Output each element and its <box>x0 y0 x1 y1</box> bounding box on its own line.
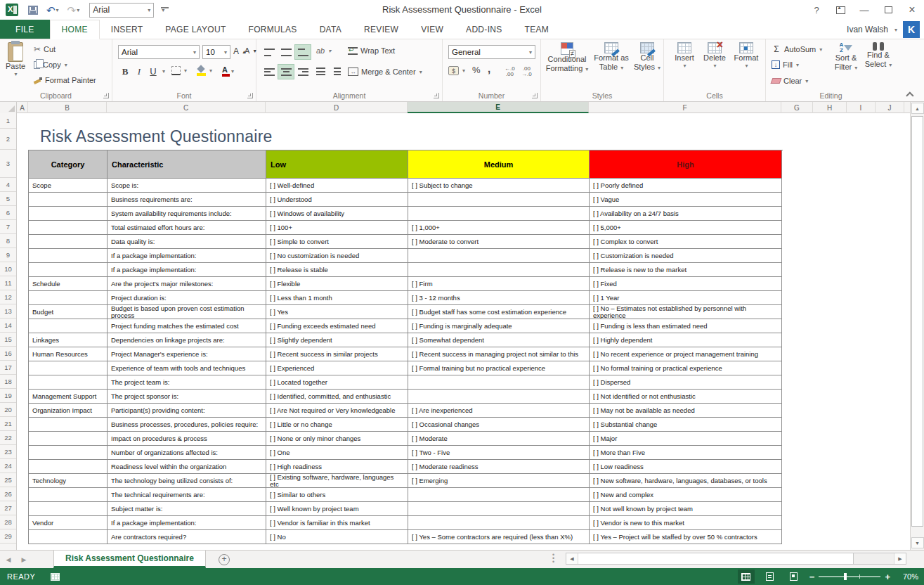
cell-category[interactable]: Technology <box>29 474 108 488</box>
cell-characteristic[interactable]: Data quality is: <box>108 235 266 249</box>
minimize-button[interactable]: — <box>855 2 873 18</box>
account-area[interactable]: Ivan Walsh ▾ K <box>847 21 920 38</box>
cell-low[interactable]: [ ] No <box>266 530 408 544</box>
cell-medium[interactable]: [ ] Somewhat dependent <box>408 333 590 347</box>
cell-styles-button[interactable]: Cell Styles ▾ <box>632 42 662 72</box>
delete-cells-button[interactable]: Delete▾ <box>701 42 729 70</box>
cell-low[interactable]: [ ] Release is stable <box>266 263 408 277</box>
cell-high[interactable]: [ ] More than Five <box>590 446 782 460</box>
cell-high[interactable]: [ ] Availability on a 24/7 basis <box>590 207 782 221</box>
close-button[interactable]: × <box>903 2 921 18</box>
cell-category[interactable]: Scope <box>29 179 108 193</box>
table-header-characteristic[interactable]: Characteristic <box>108 150 266 179</box>
cell-medium[interactable] <box>408 249 590 263</box>
font-family-select[interactable]: Arial▾ <box>118 45 200 59</box>
cell-low[interactable]: [ ] Experienced <box>266 361 408 375</box>
cell-characteristic[interactable]: Project duration is: <box>108 291 266 305</box>
cell-medium[interactable]: [ ] Two - Five <box>408 446 590 460</box>
cell-high[interactable]: [ ] 1 Year <box>590 291 782 305</box>
zoom-out-button[interactable]: − <box>809 572 815 582</box>
cell-characteristic[interactable]: If a package implementation: <box>108 263 266 277</box>
macro-record-icon[interactable] <box>51 573 60 581</box>
row-header-12[interactable]: 12 <box>0 290 16 304</box>
percent-button[interactable]: % <box>472 65 481 75</box>
cell-category[interactable] <box>29 418 108 432</box>
paste-button[interactable]: Paste ▾ <box>6 42 25 78</box>
cell-high[interactable]: [ ] Vendor is new to this market <box>590 516 782 530</box>
cell-category[interactable] <box>29 375 108 390</box>
conditional-formatting-button[interactable]: Conditional Formatting ▾ <box>545 42 589 73</box>
cell-medium[interactable]: [ ] Subject to change <box>408 179 590 193</box>
row-header-15[interactable]: 15 <box>0 333 16 347</box>
row-header-5[interactable]: 5 <box>0 192 16 206</box>
cell-characteristic[interactable]: Impact on procedures & process <box>108 432 266 446</box>
cell-low[interactable]: [ ] Well known by project team <box>266 502 408 516</box>
cell-characteristic[interactable]: Total estimated effort hours are: <box>108 221 266 235</box>
cell-medium[interactable]: [ ] Occasional changes <box>408 418 590 432</box>
italic-button[interactable]: I <box>134 66 145 77</box>
number-dialog-launcher-icon[interactable] <box>532 93 538 98</box>
cell-medium[interactable]: [ ] Formal training but no practical exp… <box>408 361 590 375</box>
align-top-button[interactable] <box>261 45 277 59</box>
column-header-a[interactable]: A <box>17 102 28 113</box>
save-icon[interactable] <box>28 6 38 15</box>
tab-data[interactable]: DATA <box>308 20 353 39</box>
sheet-nav-right-icon[interactable]: ▶ <box>17 551 31 568</box>
cell-characteristic[interactable]: The project sponsor is: <box>108 390 266 404</box>
column-header-j[interactable]: J <box>876 102 904 113</box>
row-header-14[interactable]: 14 <box>0 319 16 333</box>
cell-medium[interactable] <box>408 488 590 502</box>
tab-file[interactable]: FILE <box>0 20 50 39</box>
cell-category[interactable] <box>29 530 108 544</box>
cell-high[interactable]: [ ] Customization is needed <box>590 249 782 263</box>
column-header-f[interactable]: F <box>589 102 781 113</box>
select-all-corner[interactable] <box>0 102 17 113</box>
align-right-button[interactable] <box>295 65 311 79</box>
maximize-button[interactable] <box>879 2 897 18</box>
row-header-13[interactable]: 13 <box>0 304 16 319</box>
cell-medium[interactable]: [ ] Are inexperienced <box>408 404 590 418</box>
cell-category[interactable] <box>29 361 108 375</box>
row-header-26[interactable]: 26 <box>0 487 16 501</box>
new-sheet-button[interactable]: + <box>219 554 230 565</box>
cell-low[interactable]: [ ] Located together <box>266 375 408 390</box>
comma-style-button[interactable]: , <box>488 63 490 75</box>
cell-low[interactable]: [ ] Yes <box>266 305 408 319</box>
cell-characteristic[interactable]: The technical requirements are: <box>108 488 266 502</box>
cell-medium[interactable] <box>408 390 590 404</box>
cell-characteristic[interactable]: Are contractors required? <box>108 530 266 544</box>
cell-characteristic[interactable]: Dependencies on linkage projects are: <box>108 333 266 347</box>
column-header-c[interactable]: C <box>107 102 266 113</box>
row-header-8[interactable]: 8 <box>0 234 16 248</box>
cell-high[interactable]: [ ] No formal training or practical expe… <box>590 361 782 375</box>
cell-characteristic[interactable]: Scope is: <box>108 179 266 193</box>
page-break-view-button[interactable] <box>786 570 802 584</box>
row-header-1[interactable]: 1 <box>0 113 16 129</box>
cell-high[interactable]: [ ] Yes – Project will be staffed by ove… <box>590 530 782 544</box>
cell-low[interactable]: [ ] Simple to convert <box>266 235 408 249</box>
cell-low[interactable]: [ ] 100+ <box>266 221 408 235</box>
format-painter-button[interactable]: Format Painter <box>34 76 96 84</box>
cell-high[interactable]: [ ] New and complex <box>590 488 782 502</box>
format-as-table-button[interactable]: Format as Table ▾ <box>592 42 631 72</box>
cell-characteristic[interactable]: The project team is: <box>108 375 266 390</box>
cell-category[interactable] <box>29 249 108 263</box>
row-header-19[interactable]: 19 <box>0 389 16 403</box>
cell-medium[interactable] <box>408 516 590 530</box>
redo-dropdown-icon[interactable]: ▾ <box>77 7 79 13</box>
merge-center-button[interactable]: ↔Merge & Center▾ <box>348 68 422 76</box>
cell-category[interactable]: Organization Impact <box>29 404 108 418</box>
cell-high[interactable]: [ ] New software, hardware, languages, d… <box>590 474 782 488</box>
cut-button[interactable]: ✂Cut <box>34 45 56 53</box>
cell-characteristic[interactable]: Project Manager's experience is: <box>108 347 266 361</box>
tab-insert[interactable]: INSERT <box>100 20 155 39</box>
horizontal-scroll-thumb[interactable] <box>578 553 854 564</box>
cell-low[interactable]: [ ] Windows of availability <box>266 207 408 221</box>
sheet-tab-active[interactable]: Risk Assessment Questionnaire <box>53 551 206 568</box>
decrease-font-button[interactable]: A▼ <box>245 46 257 55</box>
row-header-10[interactable]: 10 <box>0 262 16 276</box>
cell-category[interactable] <box>29 502 108 516</box>
tab-team[interactable]: TEAM <box>514 20 561 39</box>
zoom-in-button[interactable]: + <box>885 572 890 582</box>
cell-high[interactable]: [ ] Not identified or not enthusiastic <box>590 390 782 404</box>
